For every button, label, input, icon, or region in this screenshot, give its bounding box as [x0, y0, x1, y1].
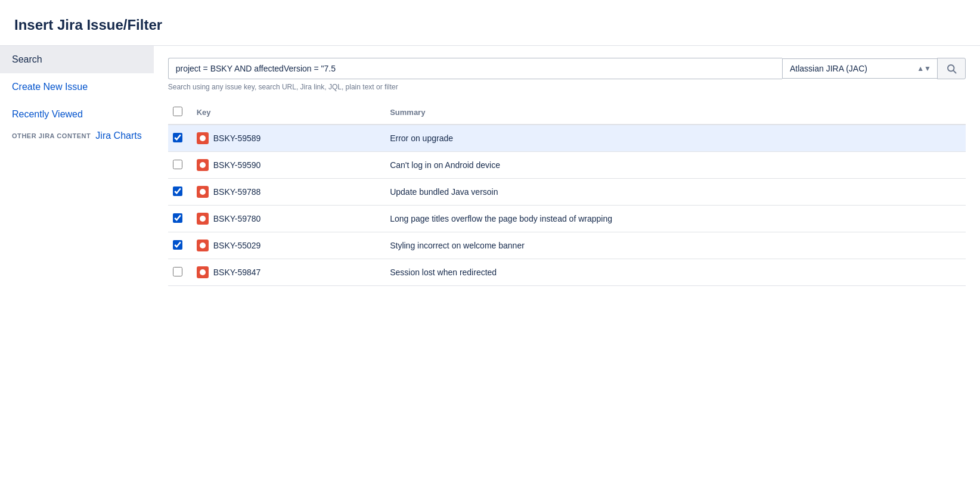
row-checkbox-cell — [168, 232, 190, 259]
search-input[interactable] — [168, 58, 782, 79]
row-summary-cell: Update bundled Java versoin — [383, 179, 966, 206]
issue-key: BSKY-59847 — [213, 268, 261, 277]
table-row: BSKY-55029 Styling incorrect on welcome … — [168, 232, 966, 259]
issue-summary: Can't log in on Android device — [390, 160, 500, 170]
row-checkbox[interactable] — [173, 240, 182, 250]
issue-summary: Long page titles overflow the page body … — [390, 214, 612, 223]
row-checkbox[interactable] — [173, 213, 182, 223]
sidebar-item-recently-viewed[interactable]: Recently Viewed — [0, 101, 154, 128]
issue-summary: Update bundled Java versoin — [390, 187, 498, 197]
table-row: BSKY-59780 Long page titles overflow the… — [168, 206, 966, 232]
issue-key: BSKY-55029 — [213, 241, 261, 250]
table-row: BSKY-59589 Error on upgrade — [168, 125, 966, 152]
row-checkbox-cell — [168, 125, 190, 152]
issue-summary: Styling incorrect on welcome banner — [390, 241, 525, 250]
sidebar-jira-charts-link[interactable]: Jira Charts — [95, 130, 141, 141]
issue-key: BSKY-59589 — [213, 133, 261, 143]
search-hint: Search using any issue key, search URL, … — [168, 83, 966, 91]
row-checkbox[interactable] — [173, 133, 182, 142]
col-header-key: Key — [190, 101, 383, 125]
issue-key: BSKY-59590 — [213, 160, 261, 170]
server-select[interactable]: Atlassian JIRA (JAC) — [782, 58, 937, 79]
search-icon — [946, 63, 957, 74]
issue-key: BSKY-59788 — [213, 187, 261, 197]
page-title: Insert Jira Issue/Filter — [0, 0, 980, 46]
table-row: BSKY-59847 Session lost when redirected — [168, 259, 966, 286]
table-row: BSKY-59788 Update bundled Java versoin — [168, 179, 966, 206]
row-checkbox[interactable] — [173, 186, 182, 196]
issue-type-icon — [197, 266, 209, 278]
issue-type-icon — [197, 213, 209, 225]
issue-key: BSKY-59780 — [213, 214, 261, 223]
select-all-checkbox[interactable] — [173, 107, 182, 116]
row-checkbox-cell — [168, 179, 190, 206]
issue-type-icon — [197, 132, 209, 144]
sidebar: Search Create New Issue Recently Viewed … — [0, 46, 154, 477]
row-checkbox[interactable] — [173, 267, 182, 276]
issue-summary: Session lost when redirected — [390, 268, 497, 277]
sidebar-item-search[interactable]: Search — [0, 46, 154, 73]
row-key-cell: BSKY-59788 — [190, 179, 383, 206]
row-key-cell: BSKY-59780 — [190, 206, 383, 232]
row-checkbox-cell — [168, 152, 190, 179]
issue-type-icon — [197, 240, 209, 251]
row-key-cell: BSKY-55029 — [190, 232, 383, 259]
svg-line-1 — [953, 70, 956, 73]
content-area: Atlassian JIRA (JAC) ▲▼ Search using any… — [154, 46, 980, 477]
issue-type-icon — [197, 159, 209, 171]
row-checkbox[interactable] — [173, 160, 182, 169]
row-key-cell: BSKY-59847 — [190, 259, 383, 286]
row-summary-cell: Long page titles overflow the page body … — [383, 206, 966, 232]
search-bar-row: Atlassian JIRA (JAC) ▲▼ — [168, 58, 966, 79]
row-summary-cell: Styling incorrect on welcome banner — [383, 232, 966, 259]
issue-summary: Error on upgrade — [390, 133, 453, 143]
table-row: BSKY-59590 Can't log in on Android devic… — [168, 152, 966, 179]
col-header-summary: Summary — [383, 101, 966, 125]
row-checkbox-cell — [168, 259, 190, 286]
row-summary-cell: Can't log in on Android device — [383, 152, 966, 179]
col-header-checkbox — [168, 101, 190, 125]
row-checkbox-cell — [168, 206, 190, 232]
server-select-wrapper: Atlassian JIRA (JAC) ▲▼ — [782, 58, 937, 79]
sidebar-other-jira-content-label: OTHER JIRA CONTENT — [12, 130, 91, 142]
row-summary-cell: Error on upgrade — [383, 125, 966, 152]
search-button[interactable] — [937, 58, 966, 79]
row-summary-cell: Session lost when redirected — [383, 259, 966, 286]
issues-table: Key Summary BSKY-59589 Error on upgrade … — [168, 101, 966, 286]
sidebar-item-create-new-issue[interactable]: Create New Issue — [0, 73, 154, 101]
issue-type-icon — [197, 186, 209, 198]
row-key-cell: BSKY-59589 — [190, 125, 383, 152]
row-key-cell: BSKY-59590 — [190, 152, 383, 179]
